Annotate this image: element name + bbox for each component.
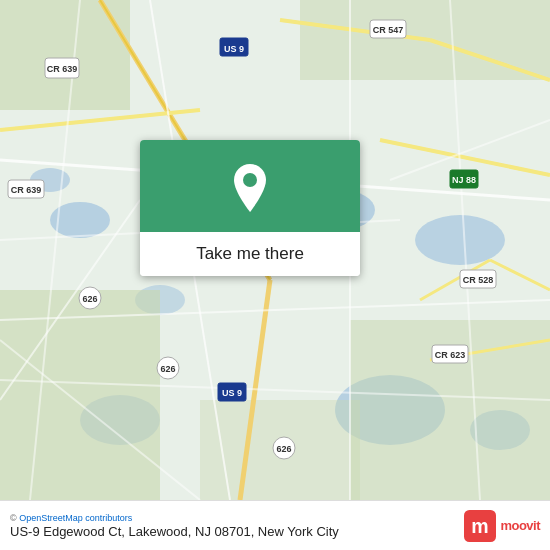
svg-text:m: m <box>472 515 489 537</box>
svg-point-4 <box>415 215 505 265</box>
svg-text:626: 626 <box>276 444 291 454</box>
copyright-symbol: © <box>10 513 17 523</box>
location-label: US-9 Edgewood Ct, Lakewood, NJ 08701, Ne… <box>10 524 339 539</box>
osm-link[interactable]: OpenStreetMap contributors <box>19 513 132 523</box>
svg-text:NJ 88: NJ 88 <box>452 175 476 185</box>
svg-text:CR 639: CR 639 <box>11 185 42 195</box>
take-me-there-button[interactable]: Take me there <box>140 232 360 276</box>
svg-text:CR 623: CR 623 <box>435 350 466 360</box>
svg-text:CR 639: CR 639 <box>47 64 78 74</box>
svg-rect-11 <box>0 290 160 500</box>
location-pin-icon <box>228 162 272 214</box>
moovit-logo: m moovit <box>464 510 540 542</box>
action-card: Take me there <box>140 140 360 276</box>
card-green-section <box>140 140 360 232</box>
svg-point-57 <box>243 173 257 187</box>
moovit-label: moovit <box>500 518 540 533</box>
svg-text:CR 528: CR 528 <box>463 275 494 285</box>
svg-text:CR 547: CR 547 <box>373 25 404 35</box>
svg-text:US 9: US 9 <box>222 388 242 398</box>
bottom-bar: © OpenStreetMap contributors US-9 Edgewo… <box>0 500 550 550</box>
svg-text:626: 626 <box>160 364 175 374</box>
moovit-icon: m <box>464 510 496 542</box>
attribution-text: © OpenStreetMap contributors <box>10 513 339 523</box>
svg-text:US 9: US 9 <box>224 44 244 54</box>
map-container: CR 639 US 9 CR 547 CR 639 NJ 88 626 CR 5… <box>0 0 550 500</box>
bottom-info: © OpenStreetMap contributors US-9 Edgewo… <box>10 513 339 539</box>
svg-text:626: 626 <box>82 294 97 304</box>
